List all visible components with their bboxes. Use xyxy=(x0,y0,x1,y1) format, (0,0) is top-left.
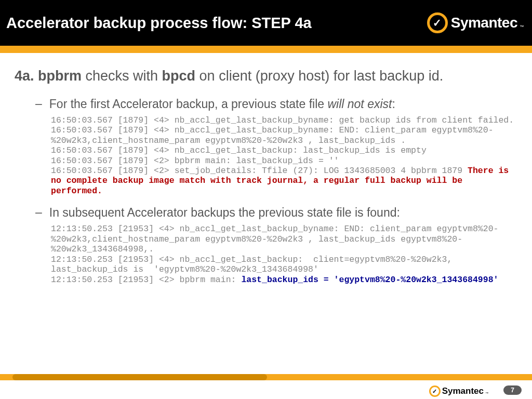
log-block-2: 12:13:50.253 [21953] <4> nb_accl_get_las… xyxy=(51,224,517,285)
bullet-2-text: In subsequent Accelerator backups the pr… xyxy=(49,205,400,221)
log2-highlight: last_backup_ids = 'egyptvm8%20-%20w2k3_1… xyxy=(241,275,498,285)
brand-logo: ✓ Symantec ™ xyxy=(427,12,524,33)
footer-pill xyxy=(12,374,267,380)
lead-bold-1: 4a. bpbrm xyxy=(15,68,82,84)
slide-body: 4a. bpbrm checks with bpcd on client (pr… xyxy=(0,53,532,285)
check-circle-icon: ✓ xyxy=(427,12,448,33)
slide-header: Accelerator backup process flow: STEP 4a… xyxy=(0,0,532,46)
accent-bar xyxy=(0,46,532,53)
footer-brand-name: Symantec xyxy=(442,386,484,396)
log1-gray: 16:50:03.567 [1879] <4> nb_accl_get_last… xyxy=(51,115,514,176)
lead-bold-2: bpcd xyxy=(162,68,196,84)
log-block-1: 16:50:03.567 [1879] <4> nb_accl_get_last… xyxy=(51,115,517,196)
footer-brand-logo: ✓ Symantec ™ xyxy=(429,385,488,397)
slide-title: Accelerator backup process flow: STEP 4a xyxy=(6,15,312,32)
dash-icon: – xyxy=(35,205,42,221)
trademark-icon: ™ xyxy=(485,392,488,395)
lead-text-2: on client (proxy host) for last backup i… xyxy=(195,68,443,84)
lead-sentence: 4a. bpbrm checks with bpcd on client (pr… xyxy=(15,68,517,85)
slide-footer: ✓ Symantec ™ 7 xyxy=(0,374,532,399)
brand-name: Symantec xyxy=(451,15,517,31)
bullet-1-text: For the first Accelerator backup, a prev… xyxy=(49,97,395,112)
trademark-icon: ™ xyxy=(520,24,524,29)
dash-icon: – xyxy=(35,97,42,112)
lead-text-1: checks with xyxy=(82,68,162,84)
bullet-2: – In subsequent Accelerator backups the … xyxy=(35,205,517,221)
check-circle-icon: ✓ xyxy=(429,385,441,397)
page-number: 7 xyxy=(503,385,522,395)
bullet-1: – For the first Accelerator backup, a pr… xyxy=(35,97,517,112)
